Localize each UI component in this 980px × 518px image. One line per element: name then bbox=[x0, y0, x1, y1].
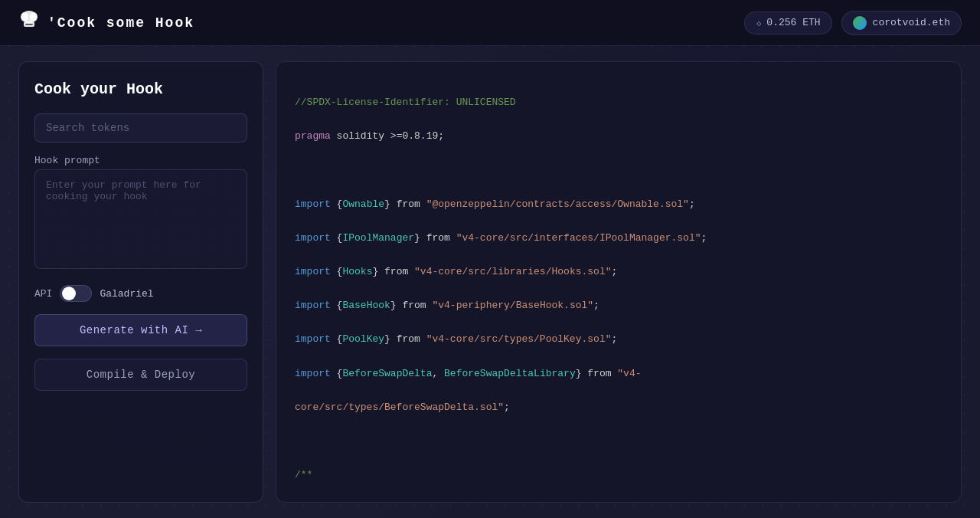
eth-balance-badge: ⬦ 0.256 ETH bbox=[744, 11, 831, 34]
eth-icon: ⬦ bbox=[756, 17, 762, 29]
api-row: API Galadriel bbox=[34, 285, 247, 302]
hook-prompt-section: Hook prompt bbox=[34, 155, 247, 273]
api-name: Galadriel bbox=[100, 288, 153, 300]
compile-deploy-button[interactable]: Compile & Deploy bbox=[34, 359, 247, 391]
code-line: pragma solidity >=0.8.19; bbox=[295, 128, 942, 145]
panel-title: Cook your Hook bbox=[34, 80, 247, 98]
code-line: import {Ownable} from "@openzeppelin/con… bbox=[295, 196, 942, 213]
nav-right: ⬦ 0.256 ETH corotvoid.eth bbox=[744, 11, 962, 35]
code-line: import {BaseHook} from "v4-periphery/Bas… bbox=[295, 297, 942, 314]
svg-rect-4 bbox=[25, 24, 33, 25]
code-line: import {IPoolManager} from "v4-core/src/… bbox=[295, 230, 942, 247]
code-line: import {PoolKey} from "v4-core/src/types… bbox=[295, 331, 942, 348]
main-content: Cook your Hook Hook prompt API Galadriel… bbox=[0, 46, 980, 518]
code-block: //SPDX-License-Identifier: UNLICENSED pr… bbox=[295, 77, 942, 503]
hook-prompt-textarea[interactable] bbox=[34, 169, 247, 269]
brand: 'Cook some Hook bbox=[18, 9, 194, 36]
svg-point-1 bbox=[21, 12, 28, 21]
code-line: /** bbox=[295, 467, 942, 484]
api-toggle[interactable] bbox=[60, 285, 92, 302]
username: corotvoid.eth bbox=[873, 17, 950, 28]
code-line bbox=[295, 162, 942, 179]
code-line: //SPDX-License-Identifier: UNLICENSED bbox=[295, 94, 942, 111]
eth-amount: 0.256 ETH bbox=[766, 17, 820, 28]
svg-point-2 bbox=[30, 12, 38, 21]
code-line bbox=[295, 433, 942, 450]
code-line: import {BeforeSwapDelta, BeforeSwapDelta… bbox=[295, 366, 942, 382]
hook-prompt-label: Hook prompt bbox=[34, 155, 247, 166]
navbar: 'Cook some Hook ⬦ 0.256 ETH corotvoid.et… bbox=[0, 0, 980, 46]
avatar bbox=[853, 16, 867, 30]
code-line: import {Hooks} from "v4-core/src/librari… bbox=[295, 264, 942, 280]
code-line: core/src/types/BeforeSwapDelta.sol"; bbox=[295, 399, 942, 416]
code-line: * @title An interface for checking wheth… bbox=[295, 500, 942, 503]
toggle-thumb bbox=[62, 287, 76, 300]
brand-title: 'Cook some Hook bbox=[47, 15, 194, 31]
generate-button[interactable]: Generate with AI → bbox=[34, 314, 247, 346]
api-label: API bbox=[34, 288, 52, 300]
left-panel: Cook your Hook Hook prompt API Galadriel… bbox=[18, 61, 263, 503]
chef-hat-icon bbox=[18, 9, 40, 36]
search-input[interactable] bbox=[34, 113, 247, 143]
code-editor-panel: //SPDX-License-Identifier: UNLICENSED pr… bbox=[276, 61, 962, 503]
toggle-track bbox=[60, 285, 92, 302]
user-badge[interactable]: corotvoid.eth bbox=[841, 11, 962, 35]
